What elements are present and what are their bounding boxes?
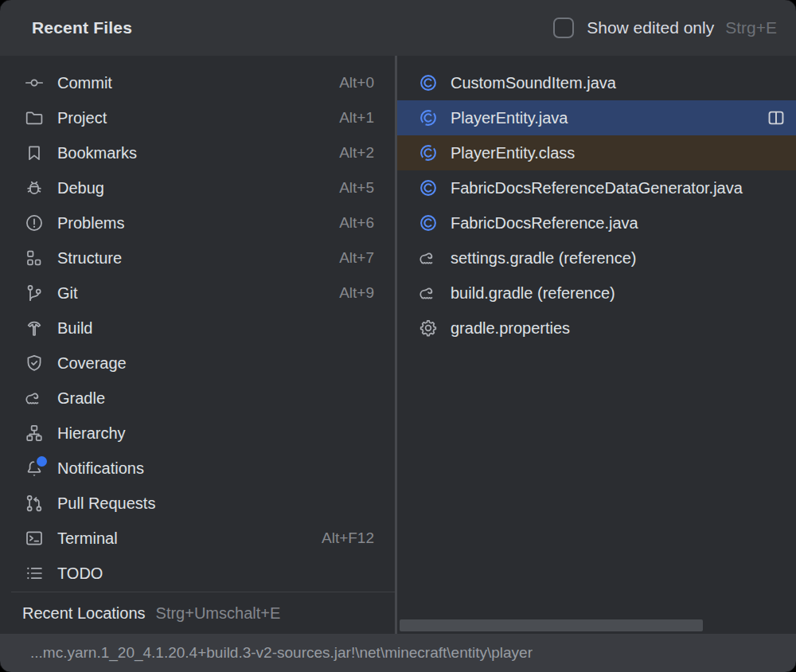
file-item-customsounditem-java[interactable]: CustomSoundItem.java [397,65,796,100]
shield-check-icon [24,353,45,373]
todo-list-icon [24,563,45,584]
tool-window-label: Structure [57,249,326,268]
tool-window-item-pull-requests[interactable]: Pull Requests [0,486,395,521]
tool-window-shortcut: Alt+5 [339,179,374,197]
tool-window-item-debug[interactable]: Debug Alt+5 [0,170,395,205]
tool-window-label: Project [57,109,326,127]
show-edited-only-label[interactable]: Show edited only [587,18,714,37]
tool-window-label: Coverage [57,354,361,373]
recent-locations-row[interactable]: Recent Locations Strg+Umschalt+E [0,592,395,634]
file-name: settings.gradle (reference) [451,249,788,268]
structure-icon [24,248,45,268]
java-class-icon [418,143,439,163]
tool-window-label: Build [57,319,361,338]
bug-icon [24,178,45,198]
java-class-icon [418,107,439,128]
file-name: FabricDocsReference.java [451,214,788,232]
tool-window-list: Commit Alt+0 Project Alt+1 Bookmarks Alt… [0,56,395,592]
tool-window-item-bookmarks[interactable]: Bookmarks Alt+2 [0,135,395,170]
file-name: FabricDocsReferenceDataGenerator.java [451,179,788,197]
tool-window-label: Bookmarks [57,144,326,162]
git-branch-icon [24,283,45,303]
tool-window-item-coverage[interactable]: Coverage [0,346,395,381]
file-item-playerentity-class[interactable]: PlayerEntity.class [397,135,796,170]
tool-window-label: TODO [57,565,361,583]
java-class-icon [418,213,439,233]
tool-window-shortcut: Alt+9 [339,284,374,302]
recent-files-popup: Recent Files Show edited only Strg+E Com… [0,0,796,672]
tool-windows-panel: Commit Alt+0 Project Alt+1 Bookmarks Alt… [0,56,395,634]
tool-window-shortcut: Alt+2 [339,144,374,162]
tool-window-shortcut: Alt+0 [339,74,374,92]
tool-window-item-project[interactable]: Project Alt+1 [0,100,395,135]
gradle-elephant-icon [24,388,45,408]
file-name: build.gradle (reference) [451,284,788,303]
tool-window-item-build[interactable]: Build [0,311,395,346]
file-name: PlayerEntity.java [451,109,754,127]
show-edited-only-shortcut: Strg+E [725,18,777,37]
tool-window-label: Debug [57,179,326,197]
folder-icon [24,107,45,128]
show-edited-only-checkbox[interactable] [553,18,574,38]
file-item-fabricdocsreferencedatagenerator-java[interactable]: FabricDocsReferenceDataGenerator.java [397,170,796,205]
tool-window-item-structure[interactable]: Structure Alt+7 [0,240,395,275]
tool-window-shortcut: Alt+F12 [322,529,374,547]
recent-files-panel: CustomSoundItem.java PlayerEntity.java P… [397,56,796,634]
tool-window-item-terminal[interactable]: Terminal Alt+F12 [0,521,395,556]
file-item-gradle-properties[interactable]: gradle.properties [397,311,796,346]
file-item-settings-gradle-reference-[interactable]: settings.gradle (reference) [397,240,796,275]
file-name: gradle.properties [451,319,788,338]
tool-window-item-gradle[interactable]: Gradle [0,381,395,416]
tool-window-item-commit[interactable]: Commit Alt+0 [0,65,395,100]
tool-window-label: Git [57,284,326,303]
popup-body: Commit Alt+0 Project Alt+1 Bookmarks Alt… [0,56,796,634]
horizontal-scrollbar-thumb[interactable] [400,619,703,631]
status-bar: ...mc.yarn.1_20_4.1.20.4+build.3-v2-sour… [0,634,796,672]
file-item-playerentity-java[interactable]: PlayerEntity.java [397,100,796,135]
gradle-elephant-icon [418,283,439,303]
tool-window-label: Gradle [57,389,361,408]
tool-window-label: Notifications [57,459,361,478]
tool-window-shortcut: Alt+6 [339,214,374,232]
terminal-icon [24,528,45,549]
tool-window-label: Problems [57,214,326,232]
tool-window-shortcut: Alt+1 [339,109,374,127]
tool-window-item-problems[interactable]: Problems Alt+6 [0,205,395,240]
tool-window-item-todo[interactable]: TODO [0,556,395,591]
file-name: CustomSoundItem.java [451,74,788,92]
problems-icon [24,213,45,233]
gradle-elephant-icon [418,248,439,268]
file-name: PlayerEntity.class [451,144,788,162]
tool-window-label: Commit [57,74,326,92]
tool-window-item-git[interactable]: Git Alt+9 [0,275,395,311]
split-editor-icon[interactable] [766,107,786,128]
recent-locations-shortcut: Strg+Umschalt+E [156,604,281,623]
bell-icon [24,458,45,479]
commit-icon [24,72,45,93]
notification-badge [37,456,47,467]
tool-window-label: Hierarchy [57,424,361,443]
recent-locations-label: Recent Locations [22,604,146,623]
file-item-fabricdocsreference-java[interactable]: FabricDocsReference.java [397,205,796,240]
pull-request-icon [24,493,45,514]
tool-window-item-hierarchy[interactable]: Hierarchy [0,416,395,451]
tool-window-label: Pull Requests [57,494,361,513]
bookmark-icon [24,143,45,163]
java-class-icon [418,178,439,198]
tool-window-item-notifications[interactable]: Notifications [0,451,395,486]
java-class-icon [418,72,439,93]
hammer-icon [24,318,45,338]
tool-window-shortcut: Alt+7 [339,249,374,267]
gear-icon [418,318,439,338]
tool-window-label: Terminal [57,529,309,548]
popup-title: Recent Files [32,18,132,37]
hierarchy-icon [24,423,45,443]
popup-header: Recent Files Show edited only Strg+E [0,0,796,56]
file-list: CustomSoundItem.java PlayerEntity.java P… [397,65,796,346]
file-item-build-gradle-reference-[interactable]: build.gradle (reference) [397,275,796,311]
file-path-text: ...mc.yarn.1_20_4.1.20.4+build.3-v2-sour… [30,644,533,662]
